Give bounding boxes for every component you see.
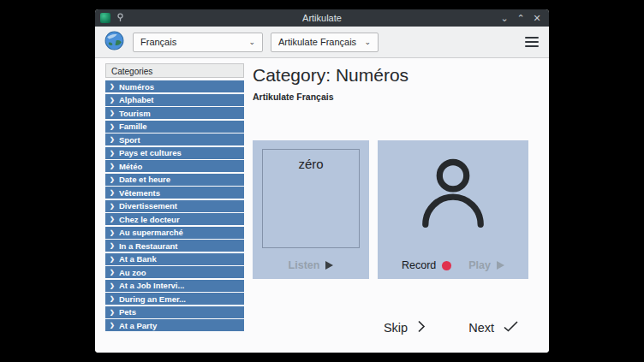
chevron-right-icon: ❯ [110, 322, 115, 329]
chevron-right-icon: ❯ [110, 203, 115, 210]
phrase-box: zéro [262, 149, 360, 248]
pin-icon[interactable] [116, 10, 125, 26]
sidebar-item-label: Pets [119, 307, 136, 317]
chevron-right-icon: ❯ [110, 150, 115, 157]
play-label: Play [468, 259, 491, 271]
skip-button[interactable]: Skip [384, 320, 426, 335]
chevron-right-icon: ❯ [110, 163, 115, 169]
sidebar-item-at-a-bank[interactable]: ❯At a Bank [105, 253, 244, 265]
sidebar-item-au-zoo[interactable]: ❯Au zoo [105, 266, 244, 278]
sidebar-item-at-a-job-interview[interactable]: ❯At a Job Intervi... [105, 280, 244, 292]
sidebar-item-divertissement[interactable]: ❯Divertissement [105, 200, 244, 212]
sidebar-item-label: During an Emer... [119, 294, 186, 304]
titlebar: Artikulate ⌄ ⌃ ✕ [95, 9, 549, 27]
sidebar-item-label: At a Job Intervi... [119, 281, 185, 290]
chevron-right-icon: ❯ [110, 216, 115, 223]
sidebar-item-chez-le-docteur[interactable]: ❯Chez le docteur [105, 213, 244, 225]
chevron-down-icon: ⌄ [248, 39, 255, 46]
sidebar-item-famille[interactable]: ❯Famille [105, 121, 244, 133]
next-button[interactable]: Next [468, 321, 518, 335]
phrase-text: zéro [263, 157, 359, 171]
page-title: Category: Numéros [253, 65, 549, 86]
language-select[interactable]: Français ⌄ [133, 33, 263, 52]
sidebar-item-label: Au supermarché [119, 228, 183, 237]
sidebar-item-tourism[interactable]: ❯Tourism [105, 107, 244, 119]
content-area: Categories ❯Numéros❯Alphabet❯Tourism❯Fam… [95, 58, 549, 353]
sidebar-item-label: Alphabet [119, 95, 154, 104]
play-icon [497, 261, 504, 270]
sidebar-item-pays-et-cultures[interactable]: ❯Pays et cultures [105, 147, 244, 159]
chevron-right-icon: ❯ [110, 295, 115, 302]
toolbar: Français ⌄ Artikulate Français ⌄ [95, 27, 549, 58]
sidebar-item-label: Chez le docteur [119, 215, 180, 224]
window-title: Artikulate [162, 13, 482, 23]
sidebar-item-label: Divertissement [119, 201, 177, 211]
chevron-right-icon: ❯ [110, 136, 115, 143]
chevron-right-icon: ❯ [110, 110, 115, 116]
sidebar-item-during-an-emergency[interactable]: ❯During an Emer... [105, 293, 244, 305]
sidebar-item-label: In a Restaurant [119, 241, 178, 251]
categories-sidebar: Categories ❯Numéros❯Alphabet❯Tourism❯Fam… [105, 63, 244, 333]
record-label: Record [402, 259, 436, 271]
play-button[interactable]: Play [468, 259, 504, 271]
sidebar-item-date-et-heure[interactable]: ❯Date et heure [105, 174, 244, 186]
chevron-right-icon: ❯ [110, 242, 115, 249]
sidebar-item-alphabet[interactable]: ❯Alphabet [105, 94, 244, 106]
listen-play-icon [325, 261, 333, 270]
sidebar-item-numeros[interactable]: ❯Numéros [105, 80, 244, 92]
sidebar-item-label: Météo [119, 162, 142, 171]
sidebar-item-label: Au zoo [119, 268, 146, 277]
course-select[interactable]: Artikulate Français ⌄ [271, 33, 379, 52]
sidebar-item-label: At a Bank [119, 254, 157, 264]
page-subtitle: Artikulate Français [253, 92, 549, 102]
sidebar-item-label: At a Party [119, 321, 157, 330]
listen-label: Listen [289, 259, 320, 271]
hamburger-menu-icon[interactable] [523, 33, 540, 50]
chevron-right-icon: ❯ [110, 176, 115, 183]
chevron-right-icon: ❯ [110, 309, 115, 316]
sidebar-item-label: Sport [119, 135, 140, 145]
sidebar-item-au-supermarche[interactable]: ❯Au supermarché [105, 227, 244, 239]
listen-button[interactable]: Listen [289, 259, 334, 271]
sidebar-item-meteo[interactable]: ❯Météo [105, 160, 244, 172]
sidebar-item-label: Tourism [119, 109, 151, 118]
chevron-right-icon: ❯ [110, 83, 115, 90]
sidebar-item-sport[interactable]: ❯Sport [105, 134, 244, 145]
course-select-value: Artikulate Français [278, 37, 357, 47]
record-dot-icon [442, 261, 451, 270]
sidebar-item-label: Pays et cultures [119, 148, 182, 157]
maximize-icon[interactable]: ⌃ [514, 9, 528, 27]
sidebar-item-pets[interactable]: ❯Pets [105, 306, 244, 318]
skip-chevron-icon [417, 320, 426, 335]
record-card: Record Play [378, 140, 528, 279]
sidebar-item-label: Famille [119, 122, 147, 131]
sidebar-item-label: Date et heure [119, 175, 170, 184]
chevron-down-icon: ⌄ [364, 39, 371, 46]
chevron-right-icon: ❯ [110, 269, 115, 276]
chevron-right-icon: ❯ [110, 256, 115, 263]
chevron-right-icon: ❯ [110, 282, 115, 289]
chevron-right-icon: ❯ [110, 123, 115, 130]
skip-label: Skip [384, 321, 408, 335]
sidebar-item-at-a-party[interactable]: ❯At a Party [105, 319, 244, 331]
phrase-card: zéro Listen [253, 140, 369, 279]
next-check-icon [504, 321, 518, 335]
sidebar-item-in-a-restaurant[interactable]: ❯In a Restaurant [105, 240, 244, 252]
close-icon[interactable]: ✕ [530, 9, 544, 27]
chevron-right-icon: ❯ [110, 189, 115, 196]
chevron-right-icon: ❯ [110, 229, 115, 236]
record-button[interactable]: Record [402, 259, 451, 271]
chevron-right-icon: ❯ [110, 97, 115, 104]
sidebar-item-label: Numéros [119, 82, 154, 92]
main-panel: Category: Numéros Artikulate Français zé… [253, 58, 549, 353]
categories-header: Categories [105, 63, 244, 78]
category-list: ❯Numéros❯Alphabet❯Tourism❯Famille❯Sport❯… [105, 80, 244, 331]
minimize-icon[interactable]: ⌄ [498, 9, 511, 27]
language-select-value: Français [140, 37, 242, 47]
person-icon [414, 151, 492, 236]
sidebar-item-label: Vêtements [119, 188, 160, 198]
app-icon [100, 13, 110, 23]
sidebar-item-vetements[interactable]: ❯Vêtements [105, 187, 244, 199]
artikulate-window: Artikulate ⌄ ⌃ ✕ Français ⌄ Artikulate F… [95, 9, 549, 353]
globe-icon [104, 30, 125, 55]
